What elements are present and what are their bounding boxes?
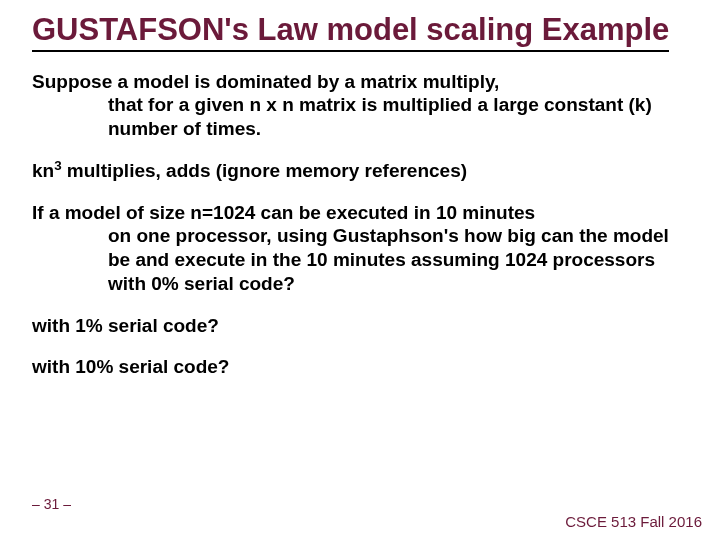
- paragraph-question-10pct: with 10% serial code?: [32, 355, 688, 379]
- text: that for a given n x n matrix is multipl…: [70, 93, 688, 141]
- text: multiplies, adds (ignore memory referenc…: [62, 160, 467, 181]
- paragraph-question-0pct: If a model of size n=1024 can be execute…: [32, 201, 688, 296]
- text: kn: [32, 160, 54, 181]
- slide-number: – 31 –: [32, 496, 71, 512]
- paragraph-complexity: kn3 multiplies, adds (ignore memory refe…: [32, 159, 688, 183]
- paragraph-intro: Suppose a model is dominated by a matrix…: [32, 70, 688, 141]
- superscript: 3: [54, 158, 61, 173]
- text: on one processor, using Gustaphson's how…: [70, 224, 688, 295]
- paragraph-question-1pct: with 1% serial code?: [32, 314, 688, 338]
- course-footer: CSCE 513 Fall 2016: [565, 513, 702, 530]
- slide-title: GUSTAFSON's Law model scaling Example: [32, 12, 669, 52]
- text: Suppose a model is dominated by a matrix…: [32, 71, 499, 92]
- slide: GUSTAFSON's Law model scaling Example Su…: [0, 0, 720, 540]
- slide-body: Suppose a model is dominated by a matrix…: [32, 70, 688, 380]
- text: If a model of size n=1024 can be execute…: [32, 202, 535, 223]
